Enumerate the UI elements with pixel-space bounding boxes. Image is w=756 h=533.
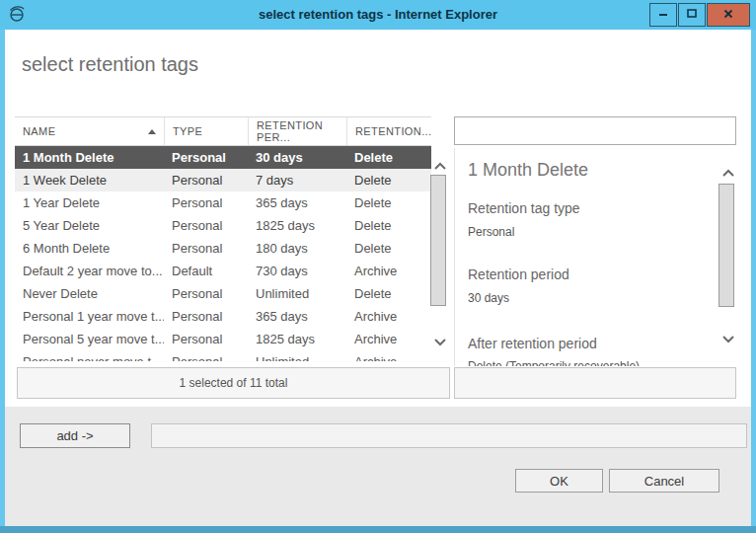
ok-button[interactable]: OK xyxy=(515,469,603,493)
sort-ascending-icon xyxy=(148,129,156,134)
close-button[interactable] xyxy=(707,3,750,27)
list-item[interactable]: 6 Month Delete Personal 180 days Delete xyxy=(15,237,431,260)
list-item[interactable]: 5 Year Delete Personal 1825 days Delete xyxy=(15,214,431,237)
window-title: select retention tags - Internet Explore… xyxy=(0,0,756,30)
chevron-up-icon xyxy=(721,166,735,181)
list-item[interactable]: 1 Week Delete Personal 7 days Delete xyxy=(15,169,431,191)
chevron-down-icon xyxy=(433,335,447,349)
column-header-name[interactable]: NAME xyxy=(15,117,164,145)
details-pane: 1 Month Delete Retention tag type Person… xyxy=(454,148,722,366)
cancel-button[interactable]: Cancel xyxy=(609,469,719,493)
dialog-body: select retention tags NAME TYPE RETENTIO… xyxy=(5,30,751,526)
details-field-value: Personal xyxy=(468,225,514,239)
details-field-label: Retention period xyxy=(468,266,569,282)
retention-tag-list: 1 Month Delete Personal 30 days Delete 1… xyxy=(15,146,431,361)
details-scrollbar-thumb[interactable] xyxy=(718,184,734,307)
column-header-retention-period[interactable]: RETENTION PER... xyxy=(248,117,346,145)
list-item[interactable]: 1 Month Delete Personal 30 days Delete xyxy=(15,146,431,169)
details-field-value: 30 days xyxy=(468,291,509,305)
details-field-label: After retention period xyxy=(468,336,597,351)
dialog-window: select retention tags - Internet Explore… xyxy=(0,0,756,533)
column-header-type[interactable]: TYPE xyxy=(164,117,248,145)
list-item[interactable]: Personal 5 year move t... Personal 1825 … xyxy=(15,328,431,350)
list-item[interactable]: 1 Year Delete Personal 365 days Delete xyxy=(15,191,431,214)
maximize-icon xyxy=(684,6,700,25)
list-item[interactable]: Personal 1 year move t... Personal 365 d… xyxy=(15,305,431,328)
list-header: NAME TYPE RETENTION PER... RETENTION... xyxy=(15,116,431,146)
list-scroll-down-button[interactable] xyxy=(433,335,447,343)
details-title: 1 Month Delete xyxy=(468,160,588,181)
filter-input[interactable] xyxy=(454,116,736,145)
selected-tags-field[interactable] xyxy=(151,423,747,448)
minimize-button[interactable] xyxy=(649,3,677,27)
selection-status: 1 selected of 11 total xyxy=(17,367,450,399)
close-icon xyxy=(720,6,736,25)
details-status-box xyxy=(454,367,736,399)
title-bar[interactable]: select retention tags - Internet Explore… xyxy=(0,0,756,30)
page-title: select retention tags xyxy=(22,53,198,76)
details-scroll-down-button[interactable] xyxy=(721,332,735,341)
details-field-value: Delete (Temporarily recoverable) xyxy=(468,359,640,366)
details-scroll-up-button[interactable] xyxy=(721,166,735,175)
chevron-down-icon xyxy=(721,332,735,346)
list-scroll-up-button[interactable] xyxy=(433,159,447,168)
window-bottom-border xyxy=(0,526,756,533)
chevron-up-icon xyxy=(433,159,447,174)
list-item[interactable]: Never Delete Personal Unlimited Delete xyxy=(15,282,431,305)
add-button[interactable]: add -> xyxy=(20,423,130,448)
list-scrollbar-thumb[interactable] xyxy=(430,175,446,306)
maximize-button[interactable] xyxy=(678,3,706,27)
minimize-icon xyxy=(655,6,671,25)
list-item[interactable]: Default 2 year move to... Default 730 da… xyxy=(15,260,431,282)
details-field-label: Retention tag type xyxy=(468,200,580,216)
column-header-retention-action[interactable]: RETENTION... xyxy=(346,117,431,145)
list-item[interactable]: Personal never move t... Personal Unlimi… xyxy=(15,350,431,361)
